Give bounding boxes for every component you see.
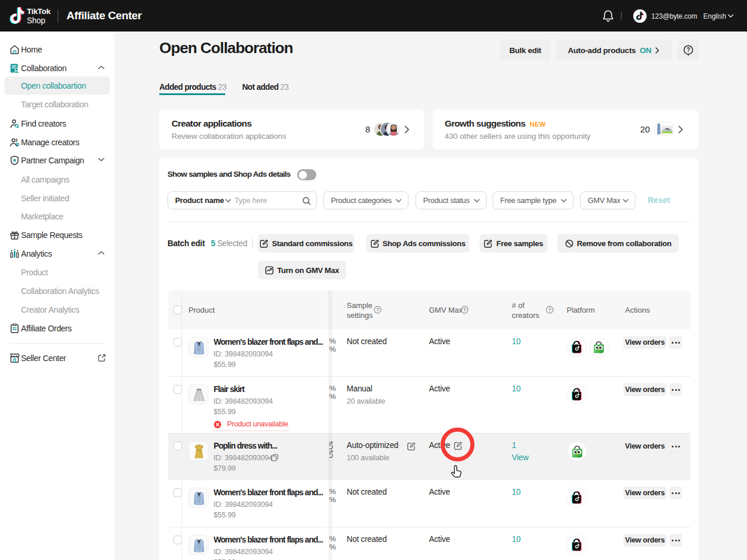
svg-text:?: ? xyxy=(376,307,379,313)
svg-text:?: ? xyxy=(463,307,466,313)
svg-text:?: ? xyxy=(548,307,551,313)
svg-text:?: ? xyxy=(686,47,690,53)
